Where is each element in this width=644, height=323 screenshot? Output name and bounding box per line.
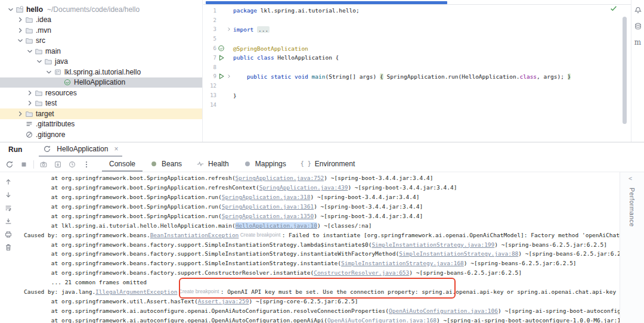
tree-item-hello[interactable]: hello~/Documents/code/idea/hello bbox=[0, 4, 202, 15]
tree-item-target[interactable]: target bbox=[0, 108, 202, 119]
tree-item-idea[interactable]: .idea bbox=[0, 15, 202, 26]
notifications-icon[interactable] bbox=[631, 6, 644, 14]
view-tab-label: Environment bbox=[315, 160, 355, 168]
trash-icon[interactable] bbox=[1, 243, 16, 251]
stack-link[interactable]: SpringApplication.java:1350 bbox=[222, 213, 314, 219]
stack-link[interactable]: SpringApplication.java:439 bbox=[259, 184, 348, 191]
stop-button[interactable] bbox=[17, 160, 31, 169]
clock-button[interactable] bbox=[65, 160, 79, 169]
tree-item-label: lkl.spring.ai.tutorial.hello bbox=[64, 68, 141, 76]
run-window-header: Run HelloApplication × bbox=[0, 142, 644, 157]
tree-item-src[interactable]: src bbox=[0, 36, 202, 46]
stack-link[interactable]: BeanInstantiationException bbox=[150, 232, 239, 238]
folder-icon bbox=[35, 47, 45, 55]
console-line: Caused by: org.springframework.beans.Bea… bbox=[24, 230, 620, 240]
inspections-ok-icon[interactable] bbox=[609, 4, 618, 15]
database-icon[interactable] bbox=[631, 22, 644, 30]
view-tab-health[interactable]: Health bbox=[189, 157, 236, 172]
chevron-right-icon[interactable] bbox=[16, 26, 25, 35]
editor-line[interactable]: 8 bbox=[205, 63, 631, 72]
chevron-right-icon[interactable] bbox=[25, 99, 35, 107]
stack-link[interactable]: SpringApplication.java:752 bbox=[236, 175, 324, 181]
editor-line[interactable]: 13} bbox=[205, 91, 631, 100]
tree-item-helloapplication[interactable]: HelloApplication bbox=[0, 77, 202, 88]
console-line: at org.springframework.ai.autoconfigure.… bbox=[24, 315, 620, 323]
editor-line[interactable]: 6@SpringBootApplication bbox=[205, 44, 631, 53]
chevron-down-icon[interactable] bbox=[44, 68, 54, 76]
scroll-end-icon[interactable] bbox=[1, 217, 16, 225]
chevron-down-icon[interactable] bbox=[25, 47, 35, 55]
console-text: at org.springframework.boot.SpringApplic… bbox=[24, 194, 222, 200]
soft-wrap-icon[interactable] bbox=[1, 204, 16, 212]
editor-line[interactable]: 9 public static void main(String[] args)… bbox=[205, 72, 631, 82]
tree-item-gitignore[interactable]: .gitignore bbox=[0, 129, 202, 140]
chevron-right-icon[interactable] bbox=[25, 89, 35, 97]
console-output[interactable]: at org.springframework.boot.SpringApplic… bbox=[17, 172, 644, 323]
console-view-tabs: ConsoleBeansHealthMappings{ }Environment bbox=[102, 157, 362, 172]
package-icon bbox=[54, 68, 64, 76]
maven-icon[interactable]: m bbox=[631, 38, 644, 46]
stack-link[interactable]: HelloApplication.java:10 bbox=[236, 222, 317, 229]
tree-item-java[interactable]: java bbox=[0, 57, 202, 67]
code-editor[interactable]: 1package lkl.spring.ai.tutorial.hello;23… bbox=[203, 0, 631, 142]
editor-line[interactable]: 5 bbox=[205, 34, 631, 44]
arrow-up-icon[interactable] bbox=[1, 178, 16, 186]
chevron-down-icon[interactable] bbox=[6, 5, 16, 14]
tree-item-lkl-spring-ai-tutorial-hello[interactable]: lkl.spring.ai.tutorial.hello bbox=[0, 67, 202, 77]
stack-link[interactable]: SpringApplication.java:1361 bbox=[222, 203, 314, 210]
editor-scrollbar[interactable] bbox=[623, 17, 627, 124]
console-line: at org.springframework.boot.SpringApplic… bbox=[24, 173, 620, 183]
tree-item-mvn[interactable]: .mvn bbox=[0, 25, 202, 36]
view-tab-beans[interactable]: Beans bbox=[143, 157, 189, 172]
view-tab-environment[interactable]: { }Environment bbox=[293, 157, 362, 172]
stack-link[interactable]: OpenAiAutoConfiguration.java:168 bbox=[327, 317, 436, 323]
console-text: ) ~[spring-beans-6.2.5.jar:6.2.5] bbox=[409, 269, 522, 276]
stack-link[interactable]: Assert.java:259 bbox=[198, 298, 249, 305]
tree-item-label: .gitattributes bbox=[36, 120, 75, 128]
tree-item-main[interactable]: main bbox=[0, 46, 202, 57]
printer-icon[interactable] bbox=[1, 230, 16, 238]
project-tree: hello~/Documents/code/idea/hello.idea.mv… bbox=[0, 4, 202, 140]
kebab-button[interactable] bbox=[79, 160, 94, 169]
view-tab-console[interactable]: Console bbox=[102, 157, 143, 172]
stack-link[interactable]: SimpleInstantiationStrategy.java:168 bbox=[341, 260, 464, 266]
tree-item-test[interactable]: test bbox=[0, 98, 202, 109]
chevron-down-icon[interactable] bbox=[35, 57, 44, 66]
code-text: public class HelloApplication { bbox=[233, 54, 339, 61]
tree-item-label: resources bbox=[45, 89, 77, 97]
close-icon[interactable]: × bbox=[114, 145, 118, 153]
camera-button[interactable] bbox=[36, 160, 51, 169]
stack-link[interactable]: SimpleInstantiationStrategy.java:199 bbox=[371, 241, 494, 248]
bean-gutter-icon[interactable] bbox=[216, 44, 226, 52]
fold-icon[interactable] bbox=[226, 26, 233, 32]
editor-line[interactable]: 12 bbox=[205, 81, 631, 91]
line-number: 3 bbox=[205, 26, 216, 32]
tree-item-resources[interactable]: resources bbox=[0, 88, 202, 98]
stack-link[interactable]: IllegalArgumentException bbox=[95, 288, 177, 295]
view-tab-mappings[interactable]: Mappings bbox=[236, 157, 293, 172]
folder-icon bbox=[35, 99, 45, 107]
chevron-right-icon[interactable] bbox=[16, 15, 25, 24]
stack-link[interactable]: OpenAiAutoConfiguration.java:106 bbox=[389, 308, 498, 314]
run-gutter-icon[interactable] bbox=[216, 54, 226, 62]
run-tab-helloapplication[interactable]: HelloApplication × bbox=[39, 143, 122, 157]
editor-line[interactable]: 3import ... bbox=[205, 25, 631, 35]
editor-line[interactable]: 1package lkl.spring.ai.tutorial.hello; bbox=[205, 6, 631, 15]
tree-item-gitattributes[interactable]: .gitattributes bbox=[0, 119, 202, 130]
fold-icon[interactable] bbox=[226, 73, 233, 79]
stack-link[interactable]: SpringApplication.java:318 bbox=[222, 194, 311, 200]
active-tab-indicator bbox=[206, 1, 447, 4]
collapse-icon[interactable]: < bbox=[628, 175, 632, 182]
chevron-down-icon[interactable] bbox=[16, 36, 25, 45]
run-gutter-icon[interactable] bbox=[216, 72, 226, 80]
stack-link[interactable]: ConstructorResolver.java:653 bbox=[314, 269, 409, 276]
rerun-button[interactable] bbox=[2, 160, 17, 169]
editor-line[interactable]: 14 bbox=[205, 100, 631, 110]
stack-link[interactable]: SimpleInstantiationStrategy.java:88 bbox=[399, 250, 518, 257]
editor-line[interactable]: 2 bbox=[205, 15, 631, 25]
performance-tab[interactable]: Performance bbox=[628, 188, 636, 227]
chevron-right-icon[interactable] bbox=[16, 110, 25, 118]
arrow-down-icon[interactable] bbox=[1, 191, 16, 199]
attach-button[interactable] bbox=[51, 160, 65, 169]
editor-line[interactable]: 7public class HelloApplication { bbox=[205, 53, 631, 63]
